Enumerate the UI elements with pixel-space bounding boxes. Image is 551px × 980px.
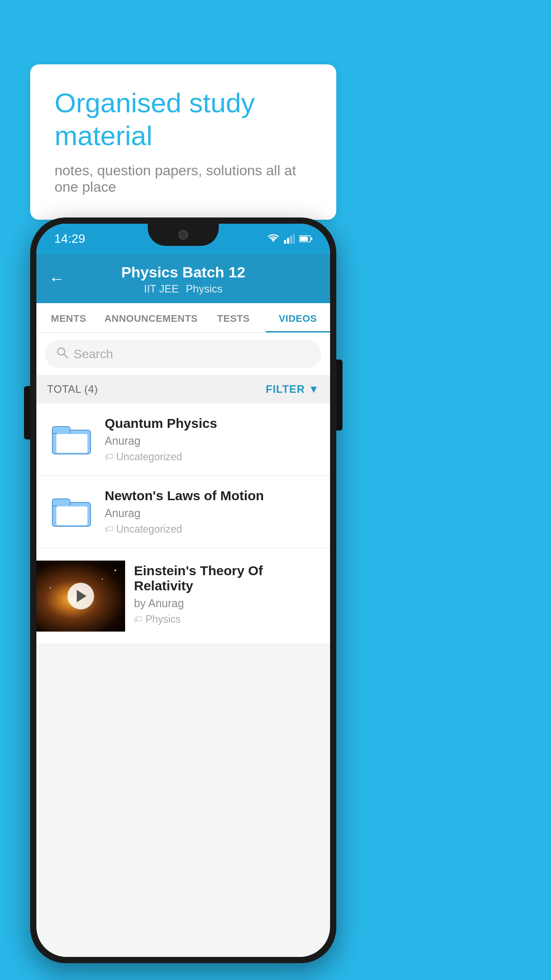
search-input-wrapper[interactable]: Search bbox=[45, 340, 321, 368]
speech-bubble: Organised study material notes, question… bbox=[30, 64, 336, 220]
back-button[interactable]: ← bbox=[49, 269, 65, 288]
tab-tests[interactable]: TESTS bbox=[201, 303, 266, 332]
video-title: Quantum Physics bbox=[105, 416, 319, 431]
phone-inner: 14:29 bbox=[36, 224, 330, 957]
tab-videos[interactable]: VIDEOS bbox=[266, 303, 330, 332]
svg-rect-1 bbox=[284, 240, 286, 244]
battery-icon bbox=[299, 235, 312, 243]
filter-bar: TOTAL (4) FILTER ▼ bbox=[36, 375, 330, 403]
filter-button[interactable]: FILTER ▼ bbox=[266, 383, 319, 395]
video-author: Anurag bbox=[105, 507, 319, 520]
video-info: Quantum Physics Anurag 🏷 Uncategorized bbox=[105, 416, 319, 463]
folder-icon bbox=[51, 420, 91, 456]
status-time: 14:29 bbox=[54, 232, 85, 246]
svg-rect-14 bbox=[52, 499, 70, 506]
video-author: by Anurag bbox=[134, 597, 311, 610]
svg-rect-6 bbox=[300, 237, 308, 241]
svg-rect-11 bbox=[52, 427, 70, 434]
video-thumbnail bbox=[36, 561, 125, 632]
play-icon bbox=[77, 590, 87, 602]
speech-bubble-subtitle: notes, question papers, solutions all at… bbox=[55, 162, 312, 195]
tab-ments[interactable]: MENTS bbox=[36, 303, 101, 332]
header-subtitle: IIT JEE Physics bbox=[144, 283, 223, 295]
search-input[interactable]: Search bbox=[74, 347, 113, 361]
phone-outer: 14:29 bbox=[30, 217, 336, 963]
tag-icon: 🏷 bbox=[105, 452, 114, 462]
video-info: Newton's Laws of Motion Anurag 🏷 Uncateg… bbox=[105, 488, 319, 535]
app-header: ← Physics Batch 12 IIT JEE Physics bbox=[36, 254, 330, 303]
video-title: Einstein's Theory Of Relativity bbox=[134, 563, 311, 593]
list-item[interactable]: Quantum Physics Anurag 🏷 Uncategorized bbox=[36, 403, 330, 476]
folder-thumbnail bbox=[47, 488, 96, 533]
tag-icon: 🏷 bbox=[134, 614, 143, 624]
search-container: Search bbox=[36, 333, 330, 375]
play-button[interactable] bbox=[67, 583, 94, 609]
svg-rect-2 bbox=[287, 238, 289, 244]
svg-rect-4 bbox=[293, 234, 295, 244]
tab-announcements[interactable]: ANNOUNCEMENTS bbox=[101, 303, 201, 332]
speech-bubble-title: Organised study material bbox=[55, 87, 312, 153]
header-title: Physics Batch 12 bbox=[121, 264, 245, 281]
svg-rect-12 bbox=[56, 434, 88, 453]
svg-rect-3 bbox=[290, 236, 292, 244]
video-tag: 🏷 Uncategorized bbox=[105, 523, 319, 535]
folder-thumbnail bbox=[47, 416, 96, 460]
svg-rect-7 bbox=[311, 237, 312, 240]
phone-notch bbox=[148, 224, 219, 246]
camera-icon bbox=[178, 230, 188, 240]
header-subtitle-iitjee: IIT JEE bbox=[144, 283, 179, 295]
video-tag: 🏷 Uncategorized bbox=[105, 451, 319, 463]
svg-line-9 bbox=[64, 354, 67, 358]
list-item[interactable]: Einstein's Theory Of Relativity by Anura… bbox=[36, 548, 330, 644]
video-author: Anurag bbox=[105, 435, 319, 447]
signal-icon bbox=[284, 234, 295, 244]
header-subtitle-physics: Physics bbox=[186, 283, 223, 295]
video-title: Newton's Laws of Motion bbox=[105, 488, 319, 503]
status-icons bbox=[267, 234, 312, 244]
svg-rect-15 bbox=[56, 506, 88, 526]
wifi-icon bbox=[267, 234, 279, 244]
folder-icon bbox=[51, 493, 91, 528]
video-info: Einstein's Theory Of Relativity by Anura… bbox=[125, 561, 319, 628]
search-icon bbox=[56, 346, 68, 362]
svg-marker-0 bbox=[271, 238, 276, 242]
filter-icon: ▼ bbox=[308, 383, 319, 395]
tabs-container: MENTS ANNOUNCEMENTS TESTS VIDEOS bbox=[36, 303, 330, 333]
video-tag: 🏷 Physics bbox=[134, 613, 311, 625]
list-item[interactable]: Newton's Laws of Motion Anurag 🏷 Uncateg… bbox=[36, 476, 330, 548]
tag-icon: 🏷 bbox=[105, 524, 114, 534]
phone-mockup: 14:29 bbox=[30, 217, 336, 963]
video-list: Quantum Physics Anurag 🏷 Uncategorized bbox=[36, 403, 330, 644]
total-count: TOTAL (4) bbox=[47, 383, 98, 395]
speech-bubble-container: Organised study material notes, question… bbox=[30, 64, 336, 220]
